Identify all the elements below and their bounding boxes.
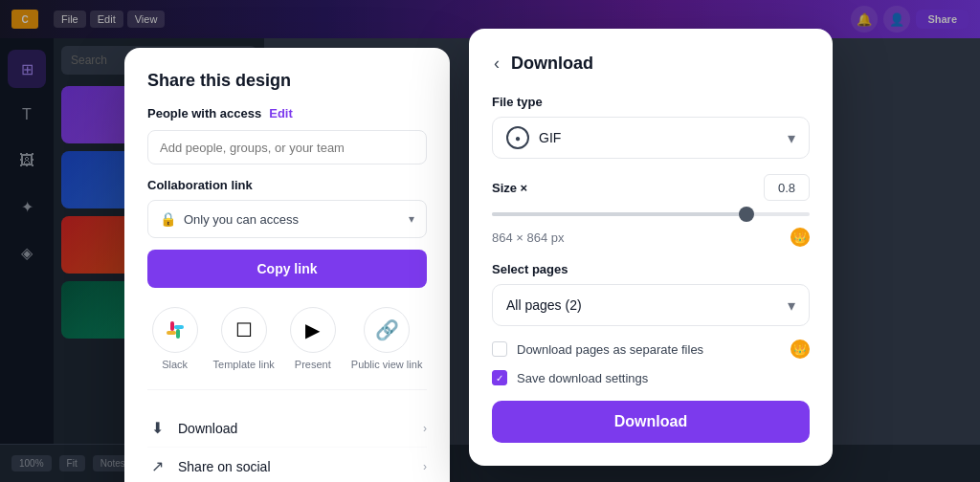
file-type-dropdown[interactable]: ● GIF ▾ xyxy=(492,117,810,159)
separate-files-label: Download pages as separate files xyxy=(517,342,781,357)
template-link-icon: ☐ xyxy=(221,307,267,353)
file-type-text: GIF xyxy=(539,130,778,145)
pages-dropdown-text: All pages (2) xyxy=(506,297,788,313)
dimensions-row: 864 × 864 px 👑 xyxy=(492,228,810,247)
add-people-input[interactable] xyxy=(147,130,427,164)
size-value-box[interactable]: 0.8 xyxy=(764,174,810,201)
share-icons-row: Slack ☐ Template link ▶ Present 🔗 Public… xyxy=(147,307,427,390)
download-btn[interactable]: Download xyxy=(492,401,810,443)
collab-link-text: Only you can access xyxy=(184,212,401,227)
size-slider-container xyxy=(492,208,810,220)
copy-link-btn[interactable]: Copy link xyxy=(147,250,427,288)
file-type-label: File type xyxy=(492,95,810,109)
crown-icon: 👑 xyxy=(791,228,810,247)
download-modal-title: Download xyxy=(511,54,593,74)
save-settings-checkbox[interactable] xyxy=(492,370,507,385)
separate-files-checkbox[interactable] xyxy=(492,341,507,357)
slider-fill xyxy=(492,212,746,216)
separate-files-crown-icon: 👑 xyxy=(791,340,810,359)
size-label: Size × xyxy=(492,181,764,195)
download-icon: ⬇ xyxy=(147,419,167,437)
save-settings-label: Save download settings xyxy=(517,371,810,385)
template-link-label: Template link xyxy=(213,359,275,370)
share-icon-template[interactable]: ☐ Template link xyxy=(213,307,275,370)
collab-link-dropdown[interactable]: 🔒 Only you can access ▾ xyxy=(147,200,427,238)
slack-label: Slack xyxy=(162,359,188,370)
public-view-icon: 🔗 xyxy=(364,307,410,353)
back-button[interactable]: ‹ xyxy=(492,52,501,76)
pages-chevron-icon: ▾ xyxy=(788,296,795,315)
share-menu-download[interactable]: ⬇ Download › xyxy=(147,409,427,448)
select-pages-label: Select pages xyxy=(492,262,810,276)
share-modal: Share this design People with access Edi… xyxy=(124,48,450,482)
share-icon-slack[interactable]: Slack xyxy=(152,307,198,370)
present-icon: ▶ xyxy=(290,307,336,353)
edit-link[interactable]: Edit xyxy=(269,106,293,120)
download-chevron-icon: › xyxy=(423,422,427,435)
social-icon: ↗ xyxy=(147,457,167,475)
slider-track xyxy=(492,212,810,216)
collab-link-label: Collaboration link xyxy=(147,178,427,192)
share-icon-present[interactable]: ▶ Present xyxy=(290,307,336,370)
gif-icon: ● xyxy=(506,126,529,149)
slack-icon xyxy=(152,307,198,353)
download-label: Download xyxy=(178,421,412,436)
social-chevron-icon: › xyxy=(423,460,427,473)
svg-rect-1 xyxy=(176,329,180,339)
people-access-row: People with access Edit xyxy=(147,106,427,120)
download-modal-header: ‹ Download xyxy=(492,52,810,76)
social-label: Share on social xyxy=(178,459,412,474)
slider-thumb[interactable] xyxy=(739,207,754,222)
share-modal-title: Share this design xyxy=(147,71,427,91)
share-icon-public[interactable]: 🔗 Public view link xyxy=(351,307,423,370)
svg-rect-3 xyxy=(174,325,184,329)
people-access-label: People with access xyxy=(147,106,261,120)
dimensions-text: 864 × 864 px xyxy=(492,230,791,245)
size-row: Size × 0.8 xyxy=(492,174,810,201)
public-view-label: Public view link xyxy=(351,359,423,370)
pages-dropdown[interactable]: All pages (2) ▾ xyxy=(492,284,810,326)
lock-icon: 🔒 xyxy=(160,211,176,227)
save-settings-row: Save download settings xyxy=(492,370,810,385)
svg-rect-2 xyxy=(167,331,176,335)
separate-files-row: Download pages as separate files 👑 xyxy=(492,340,810,359)
collab-link-chevron-icon: ▾ xyxy=(409,212,414,226)
back-icon: ‹ xyxy=(494,54,500,74)
svg-rect-0 xyxy=(170,321,174,331)
file-type-chevron-icon: ▾ xyxy=(788,129,795,147)
present-label: Present xyxy=(295,359,331,370)
share-menu-social[interactable]: ↗ Share on social › xyxy=(147,448,427,482)
download-modal: ‹ Download File type ● GIF ▾ Size × 0.8 … xyxy=(469,29,833,466)
